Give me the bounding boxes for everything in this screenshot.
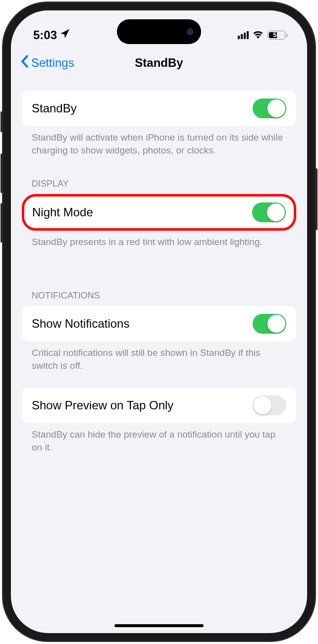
show-notifications-cell[interactable]: Show Notifications xyxy=(22,306,296,342)
back-button[interactable]: Settings xyxy=(21,55,74,71)
page-title: StandBy xyxy=(135,56,183,70)
night-mode-footer: StandBy presents in a red tint with low … xyxy=(22,231,296,248)
show-preview-footer: StandBy can hide the preview of a notifi… xyxy=(22,423,296,453)
volume-down-button xyxy=(0,203,3,243)
show-notifications-label: Show Notifications xyxy=(32,317,129,331)
silent-switch xyxy=(0,111,3,132)
toggle-knob xyxy=(267,203,285,221)
status-right: 58 xyxy=(238,30,287,41)
volume-up-button xyxy=(0,153,3,193)
show-preview-label: Show Preview on Tap Only xyxy=(32,398,173,412)
night-mode-toggle[interactable] xyxy=(252,202,286,222)
toggle-knob xyxy=(254,396,271,414)
night-mode-cell[interactable]: Night Mode xyxy=(22,194,296,231)
power-button xyxy=(315,168,318,230)
show-preview-cell[interactable]: Show Preview on Tap Only xyxy=(22,388,296,423)
home-indicator[interactable] xyxy=(114,624,204,627)
location-icon xyxy=(59,28,70,42)
standby-label: StandBy xyxy=(32,101,77,115)
notifications-header: NOTIFICATIONS xyxy=(22,291,296,306)
standby-footer: StandBy will activate when iPhone is tur… xyxy=(22,126,296,156)
phone-frame: 5:03 xyxy=(3,2,315,641)
wifi-icon xyxy=(253,30,264,41)
standby-toggle[interactable] xyxy=(253,99,286,118)
show-notifications-toggle[interactable] xyxy=(253,314,286,334)
status-time: 5:03 xyxy=(33,28,57,42)
toggle-knob xyxy=(267,99,285,117)
night-mode-label: Night Mode xyxy=(32,205,93,219)
dynamic-island xyxy=(117,19,201,44)
standby-cell[interactable]: StandBy xyxy=(22,91,296,126)
chevron-left-icon xyxy=(21,55,29,71)
status-left: 5:03 xyxy=(33,28,70,42)
battery-percent: 58 xyxy=(273,32,279,39)
show-preview-toggle[interactable] xyxy=(253,396,286,415)
display-header: DISPLAY xyxy=(22,179,296,194)
navigation-bar: Settings StandBy xyxy=(11,50,307,81)
content-area: StandBy StandBy will activate when iPhon… xyxy=(11,81,307,463)
phone-screen: 5:03 xyxy=(11,10,307,633)
toggle-knob xyxy=(267,315,285,333)
back-label: Settings xyxy=(31,56,74,70)
cellular-signal-icon xyxy=(238,31,249,39)
battery-icon: 58 xyxy=(267,31,287,40)
show-notifications-footer: Critical notifications will still be sho… xyxy=(22,342,296,372)
